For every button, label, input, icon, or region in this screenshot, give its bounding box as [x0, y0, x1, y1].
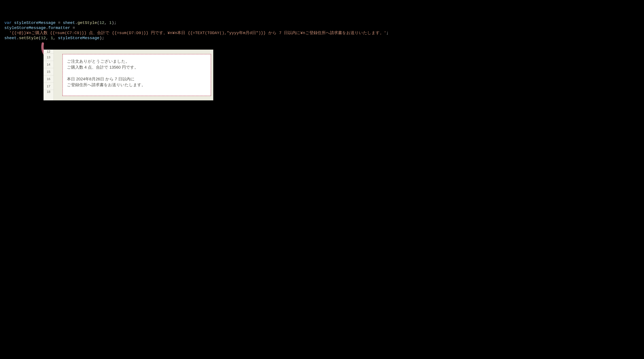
var-styleStoreMessage-1: styleStoreMessage [14, 20, 56, 25]
num-1-b: 1 [51, 36, 53, 40]
keyword-var: var [4, 20, 12, 25]
row-header: 13 [44, 54, 54, 61]
row-header: 18 [44, 90, 54, 94]
row-header: 15 [44, 68, 54, 76]
formatter-string: '{{=@}}¥nご購入数 {{=sum(C7:C9)}} 点、合計で {{=s… [9, 31, 386, 35]
num-12-a: 12 [100, 20, 104, 25]
row-header: 17 [44, 83, 54, 90]
var-styleStoreMessage-2: styleStoreMessage [4, 26, 46, 30]
message-line-1: ご注文ありがとうございました。 [67, 58, 206, 64]
num-12-b: 12 [41, 36, 46, 40]
row-header: 16 [44, 76, 54, 83]
sheet-body: ご注文ありがとうございました。 ご購入数 4 点、合計で 13560 円です。 … [54, 50, 213, 100]
row-header: 14 [44, 61, 54, 68]
row-header-column: 12 13 14 15 16 17 18 [44, 50, 54, 100]
message-cell: ご注文ありがとうございました。 ご購入数 4 点、合計で 13560 円です。 … [62, 54, 211, 96]
row-header: 12 [44, 50, 54, 54]
message-blank [67, 70, 206, 76]
spreadsheet-preview: 12 13 14 15 16 17 18 ご注文ありがとうございました。 ご購入… [44, 50, 213, 100]
num-1-a: 1 [109, 20, 112, 25]
var-sheet-1: sheet [63, 20, 75, 25]
message-line-4: ご登録住所へ請求書をお送りいたします。 [67, 82, 206, 88]
var-styleStoreMessage-3: styleStoreMessage [58, 36, 100, 40]
method-getStyle: getStyle [78, 20, 97, 25]
prop-formatter: formatter [48, 26, 70, 30]
message-line-2: ご購入数 4 点、合計で 13560 円です。 [67, 64, 206, 70]
method-setStyle: setStyle [19, 36, 38, 40]
var-sheet-2: sheet [4, 36, 16, 40]
code-block: var styleStoreMessage = sheet.getStyle(1… [4, 20, 640, 40]
message-line-3: 本日 2024年8月26日 から 7 日以内に [67, 76, 206, 82]
